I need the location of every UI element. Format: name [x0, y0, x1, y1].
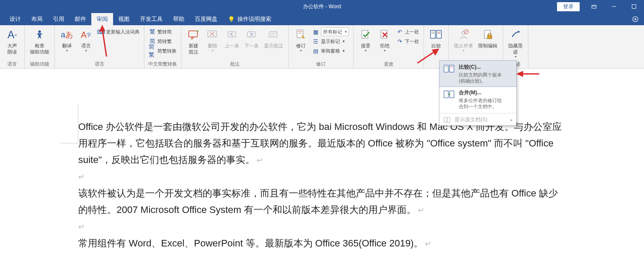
update-ime-label: 更新输入法词典	[106, 29, 140, 35]
show-markup-button[interactable]: ☰ 显示标记 ▾	[311, 37, 350, 46]
svg-point-6	[38, 30, 41, 33]
simplified-to-traditional[interactable]: 繁 繁转简	[148, 27, 177, 37]
previous-change-button[interactable]: ↶ 上一处	[395, 27, 420, 37]
svg-rect-11	[247, 32, 255, 37]
next-change-button[interactable]: ↷ 下一处	[395, 37, 420, 46]
accept-button[interactable]: 接受 ▾	[357, 27, 374, 53]
chevron-down-icon: ▾	[463, 49, 464, 53]
check-accessibility-label: 检查 辅助功能	[30, 43, 49, 55]
show-comments-button[interactable]: 显示批注	[262, 27, 285, 50]
next-comment-icon	[245, 28, 259, 42]
paragraph-mark-icon: ↵	[257, 156, 263, 165]
svg-rect-36	[444, 91, 448, 98]
group-language: aあ 翻译 ▾ A字 语言 ▾ ⌨ 更新输入法词典 语言	[55, 25, 144, 68]
check-accessibility-button[interactable]: 检查 辅助功能	[28, 27, 51, 56]
tab-view[interactable]: 视图	[113, 13, 135, 25]
compare-item-desc: 比较文档的两个版本 (精确比较)。	[459, 72, 502, 84]
paragraph-1[interactable]: Office 办公软件是一套由微软公司开发的办公软件，它为 bai Micros…	[78, 119, 565, 169]
cjk-convert[interactable]: 简繁 简繁转换	[148, 46, 177, 56]
svg-rect-12	[269, 32, 277, 37]
tab-mailings[interactable]: 邮件	[70, 13, 91, 25]
s2t-label: 繁转简	[157, 29, 172, 35]
minimize-icon[interactable]	[604, 0, 624, 13]
language-icon: A字	[79, 28, 93, 42]
svg-rect-33	[450, 65, 454, 72]
language-button[interactable]: A字 语言 ▾	[77, 27, 95, 53]
tab-help[interactable]: 帮助	[168, 13, 190, 25]
hide-ink-label: 隐藏墨 迹	[508, 43, 523, 55]
chevron-down-icon: ▾	[365, 49, 367, 53]
new-comment-label: 新建 批注	[189, 43, 198, 55]
svg-rect-3	[632, 5, 636, 9]
tell-me-label: 操作说明搜索	[237, 15, 271, 23]
translate-button[interactable]: aあ 翻译 ▾	[58, 27, 76, 53]
reject-icon	[378, 28, 392, 42]
next-comment-label: 下一条	[244, 43, 259, 49]
tab-design[interactable]: 设计	[4, 13, 26, 25]
hide-ink-button[interactable]: 隐藏墨 迹 ▾	[507, 27, 524, 60]
markup-display-combo[interactable]: ▦ 所有标记	[311, 27, 350, 37]
restrict-editing-icon	[481, 28, 495, 42]
convert-icon: 简繁	[149, 47, 156, 54]
reject-label: 拒绝	[380, 43, 390, 49]
delete-comment-button[interactable]: 删除 ▾	[204, 27, 221, 53]
next-comment-button[interactable]: 下一条	[243, 27, 260, 50]
svg-rect-38	[444, 117, 447, 123]
update-ime-button[interactable]: ⌨ 更新输入法词典	[97, 27, 140, 37]
prev-comment-button[interactable]: 上一条	[223, 27, 241, 50]
tab-references[interactable]: 引用	[48, 13, 70, 25]
track-changes-label: 修订	[296, 43, 306, 49]
language-label: 语言	[81, 43, 91, 49]
reject-button[interactable]: 拒绝 ▾	[376, 27, 394, 53]
document-area[interactable]: Office 办公软件是一套由微软公司开发的办公软件，它为 bai Micros…	[0, 69, 644, 276]
paragraph-1-text: Office 办公软件是一套由微软公司开发的办公软件，它为 bai Micros…	[78, 121, 562, 165]
markup-combo-value[interactable]: 所有标记	[321, 27, 349, 36]
group-voice-label: 语音	[3, 60, 21, 68]
chevron-down-icon: ▾	[300, 49, 302, 53]
block-authors-icon	[457, 28, 470, 42]
login-button[interactable]: 登录	[557, 2, 580, 11]
tab-developer[interactable]: 开发工具	[135, 13, 168, 25]
read-aloud-button[interactable]: A» 大声 朗读	[3, 27, 21, 56]
document-page[interactable]: Office 办公软件是一套由微软公司开发的办公软件，它为 bai Micros…	[61, 119, 583, 252]
paragraph-mark-icon: ↵	[425, 239, 431, 248]
chevron-down-icon: ▾	[85, 49, 87, 53]
group-comments-label: 批注	[185, 60, 285, 68]
tell-me-search[interactable]: 💡 操作说明搜索	[223, 13, 277, 25]
tab-layout[interactable]: 布局	[26, 13, 48, 25]
new-comment-button[interactable]: + 新建 批注	[185, 27, 202, 56]
compare-menu-item[interactable]: 比较(C)... 比较文档的两个版本 (精确比较)。	[439, 60, 517, 87]
svg-rect-32	[444, 65, 448, 72]
share-icon[interactable]	[627, 13, 644, 25]
show-comments-icon	[267, 28, 280, 42]
maximize-icon[interactable]	[624, 0, 644, 13]
chevron-right-icon: ▸	[511, 117, 513, 122]
chevron-down-icon: ▾	[515, 55, 517, 59]
restrict-editing-button[interactable]: 限制编辑	[477, 27, 499, 50]
combine-item-desc: 将多位作者的修订组 合到一个文档中。	[459, 97, 502, 110]
compare-icon	[429, 28, 443, 42]
combine-menu-item[interactable]: 合并(M)... 将多位作者的修订组 合到一个文档中。	[440, 86, 516, 112]
tab-baidu[interactable]: 百度网盘	[190, 13, 223, 25]
compare-button[interactable]: 比较 ▾	[427, 27, 445, 53]
prev-comment-icon	[225, 28, 239, 42]
tab-review[interactable]: 审阅	[91, 13, 113, 25]
paragraph-3[interactable]: 常用组件有 Word、Excel、PowerPoint 等。最新版本为 Offi…	[78, 235, 565, 252]
show-comments-label: 显示批注	[264, 43, 283, 49]
group-comments: + 新建 批注 删除 ▾ 上一条 下一条	[181, 25, 289, 68]
ribbon-display-options-icon[interactable]	[584, 0, 604, 13]
svg-rect-39	[447, 117, 450, 123]
compare-item-title: 比较(C)...	[459, 63, 502, 71]
block-authors-button[interactable]: 阻止作者 ▾	[452, 27, 475, 53]
svg-rect-0	[592, 5, 596, 8]
reviewing-pane-button[interactable]: ▤ 审阅窗格 ▾	[311, 46, 350, 56]
track-changes-icon	[294, 28, 308, 42]
convert-label: 简繁转换	[157, 48, 177, 54]
show-markup-icon: ☰	[312, 38, 319, 45]
empty-paragraph[interactable]: ↵	[78, 219, 565, 235]
empty-paragraph[interactable]: ↵	[78, 169, 565, 185]
track-changes-button[interactable]: 修订 ▾	[292, 27, 310, 53]
paragraph-2[interactable]: 该软件被认为是一个开发文档的事实标准，而且有一些特性在其他产品中并不存在；但是其…	[78, 185, 565, 219]
accept-label: 接受	[361, 43, 370, 49]
ribbon: A» 大声 朗读 语音 检查 辅助功能 辅助功能 aあ 翻译 ▾	[0, 25, 644, 69]
